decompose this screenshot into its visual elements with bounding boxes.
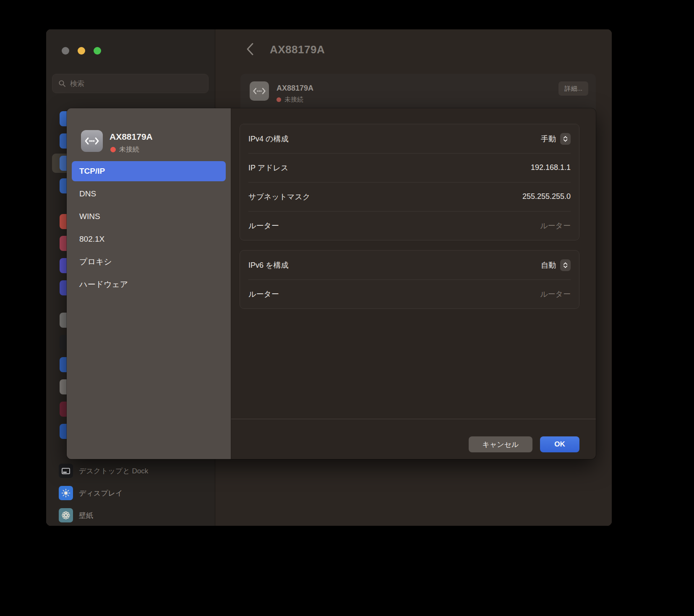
display-icon: [59, 486, 73, 500]
ipv4-router-row: ルーター ルーター: [240, 211, 579, 240]
minimize-button[interactable]: [78, 47, 85, 55]
ipv6-configure-select[interactable]: 自動: [541, 259, 571, 271]
zoom-button[interactable]: [94, 47, 101, 55]
status-label: 未接続: [284, 96, 303, 104]
ip-address-label: IP アドレス: [248, 163, 288, 173]
sidebar-item-wallpaper[interactable]: 壁紙: [52, 506, 209, 525]
network-adapter-icon: [250, 81, 269, 101]
subnet-mask-field[interactable]: 255.255.255.0: [522, 192, 571, 201]
sidebar-item-desktop-dock[interactable]: デスクトップと Dock: [52, 462, 209, 480]
ipv6-router-row: ルーター ルーター: [240, 279, 579, 308]
footer-divider: [231, 419, 596, 419]
desktop-background: 検索 デスクトップと Dock: [0, 0, 694, 616]
stepper-icon[interactable]: [560, 259, 571, 271]
tab-proxy[interactable]: プロキシ: [72, 252, 226, 272]
wallpaper-icon: [59, 508, 73, 522]
status-dot: [277, 97, 281, 102]
dialog-device-name: AX88179A: [110, 132, 153, 142]
desktop-dock-icon: [59, 464, 73, 478]
tab-tcpip[interactable]: TCP/IP: [72, 161, 226, 181]
ok-button[interactable]: OK: [540, 436, 579, 452]
back-button[interactable]: [245, 42, 256, 57]
ipv6-router-label: ルーター: [248, 289, 279, 299]
status-label: 未接続: [119, 145, 139, 154]
dialog-sidebar: AX88179A 未接続 TCP/IP DNS WINS 802.1X プロキシ…: [67, 108, 231, 459]
ipv4-router-field[interactable]: ルーター: [540, 221, 571, 231]
close-button[interactable]: [62, 47, 69, 55]
sidebar-item-label: ディスプレイ: [79, 488, 123, 498]
ip-address-row: IP アドレス 192.168.1.1: [240, 153, 579, 182]
network-adapter-icon: [81, 130, 103, 152]
status-dot: [110, 147, 116, 152]
dialog-content: IPv4 の構成 手動 IP アドレス 192.168.1.1 サ: [231, 108, 596, 459]
ipv4-configure-label: IPv4 の構成: [248, 134, 288, 144]
ipv4-configure-select[interactable]: 手動: [541, 133, 571, 145]
search-input[interactable]: 検索: [52, 74, 209, 93]
search-icon: [58, 80, 66, 87]
cancel-button[interactable]: キャンセル: [469, 436, 532, 452]
tab-dns[interactable]: DNS: [72, 184, 226, 204]
ipv6-settings-group: IPv6 を構成 自動 ルーター ルーター: [240, 250, 579, 309]
ip-address-field[interactable]: 192.168.1.1: [531, 163, 571, 172]
stepper-icon[interactable]: [560, 133, 571, 145]
sidebar-item-display[interactable]: ディスプレイ: [52, 484, 209, 502]
details-button[interactable]: 詳細...: [558, 81, 588, 96]
subnet-mask-label: サブネットマスク: [248, 192, 310, 202]
search-placeholder: 検索: [70, 79, 84, 89]
sidebar-item-label: 壁紙: [79, 511, 93, 520]
ipv4-router-label: ルーター: [248, 221, 279, 231]
ipv4-settings-group: IPv4 の構成 手動 IP アドレス 192.168.1.1 サ: [240, 124, 579, 240]
tab-wins[interactable]: WINS: [72, 206, 226, 227]
ipv6-configure-label: IPv6 を構成: [248, 260, 288, 270]
dialog-tab-list: TCP/IP DNS WINS 802.1X プロキシ ハードウェア: [72, 161, 226, 295]
subnet-mask-row: サブネットマスク 255.255.255.0: [240, 182, 579, 211]
tcpip-settings-dialog: AX88179A 未接続 TCP/IP DNS WINS 802.1X プロキシ…: [67, 108, 596, 459]
page-title: AX88179A: [270, 43, 325, 56]
device-status: 未接続: [277, 96, 303, 104]
sidebar-item-label: デスクトップと Dock: [79, 466, 148, 476]
tab-8021x[interactable]: 802.1X: [72, 229, 226, 249]
tab-hardware[interactable]: ハードウェア: [72, 274, 226, 295]
device-name: AX88179A: [277, 84, 313, 93]
ipv6-configure-row: IPv6 を構成 自動: [240, 251, 579, 279]
ipv4-configure-value: 手動: [541, 134, 556, 144]
window-controls: [62, 47, 101, 55]
ipv4-configure-row: IPv4 の構成 手動: [240, 124, 579, 153]
system-settings-window: 検索 デスクトップと Dock: [46, 29, 612, 526]
ipv6-router-field[interactable]: ルーター: [540, 289, 571, 299]
dialog-device-status: 未接続: [110, 145, 139, 154]
ipv6-configure-value: 自動: [541, 260, 556, 270]
